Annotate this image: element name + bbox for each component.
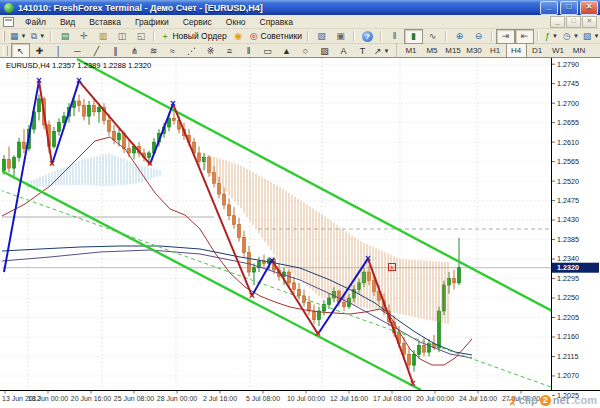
mdi-close-button[interactable]: ✕ [582, 16, 597, 28]
hatch-tool-icon: ▨ [320, 45, 329, 57]
chevron-down-icon: ▼ [21, 30, 27, 42]
navigator-button[interactable]: ✛ [74, 29, 93, 44]
new-order-button[interactable]: ＋Новый Ордер [158, 29, 228, 44]
text-tool[interactable]: A [334, 43, 353, 58]
terminal-button[interactable]: ▥ [93, 29, 112, 44]
pitchfork-tool[interactable]: ⋔ [125, 43, 144, 58]
tester-button[interactable]: ◱ [131, 29, 150, 44]
crosshair-tool[interactable]: ✚ [30, 43, 49, 58]
toolbar-grip[interactable] [3, 31, 5, 41]
rectangle-tool-icon: ▭ [263, 45, 272, 57]
price-chart[interactable]: ×××××××××××1.27901.27451.27001.26551.261… [0, 57, 600, 408]
templates-button[interactable]: ▨▼ [581, 29, 600, 44]
menu-item-3[interactable]: Графики [128, 16, 176, 28]
channel-tool[interactable]: ∥ [106, 43, 125, 58]
svg-text:18 Jun 00:00: 18 Jun 00:00 [28, 395, 69, 402]
svg-text:28 Jun 00:00: 28 Jun 00:00 [157, 395, 198, 402]
svg-text:1.2385: 1.2385 [557, 235, 579, 244]
svg-text:24 Jul 16:00: 24 Jul 16:00 [459, 395, 497, 402]
tester-icon: ◱ [137, 30, 146, 42]
arrows-tool-icon: ↗ [374, 45, 382, 57]
menu-item-0[interactable]: Файл [18, 16, 53, 28]
chart-image-button[interactable]: ▧ [312, 29, 331, 44]
horizontal-line-tool[interactable]: ─ [68, 43, 87, 58]
line-chart-mode-button[interactable]: ∿ [423, 29, 442, 44]
zoom-in-button[interactable]: ⊕ [450, 29, 469, 44]
indicators-button[interactable]: ƒ▼ [542, 29, 561, 44]
text-label-tool[interactable]: T [353, 43, 372, 58]
chart-canvas[interactable]: ×××××××××××1.27901.27451.27001.26551.261… [0, 58, 600, 408]
main-toolbar: ▦▼⧉▼▤✛▥◫◱＋Новый Ордер◉◎Советники▧▣?‖▮∿⊕⊖… [0, 29, 600, 44]
timeframe-m15[interactable]: M15 [443, 43, 464, 58]
svg-text:20 Jun 16:00: 20 Jun 16:00 [71, 395, 112, 402]
timeframe-d1[interactable]: D1 [527, 43, 548, 58]
menu-item-6[interactable]: Справка [253, 16, 300, 28]
alerts-button[interactable]: ◉ [229, 29, 248, 44]
svg-text:1.2250: 1.2250 [557, 293, 579, 302]
fibo-timezones-tool[interactable]: ≡ [220, 43, 239, 58]
timeframe-m1[interactable]: M1 [401, 43, 422, 58]
cycle-lines-tool-icon: ‖ [247, 45, 251, 57]
mdi-restore-button[interactable]: □ [566, 16, 581, 28]
menu-item-2[interactable]: Вставка [82, 16, 128, 28]
zoom-out-button[interactable]: ⊖ [469, 29, 488, 44]
close-button[interactable]: ✕ [580, 1, 598, 15]
svg-text:1.2565: 1.2565 [557, 157, 579, 166]
print-button[interactable]: ▣ [331, 29, 350, 44]
vertical-line-tool-icon: │ [56, 45, 62, 57]
new-chart-button[interactable]: ▦▼ [8, 29, 28, 44]
fibo-fan-tool[interactable]: ⋰ [182, 43, 201, 58]
market-watch-button[interactable]: ▤ [55, 29, 74, 44]
cursor-tool-icon: ↖ [17, 45, 25, 57]
fibo-arcs-tool[interactable]: ※ [201, 43, 220, 58]
ellipse-tool[interactable]: ○ [296, 43, 315, 58]
timeframe-mn[interactable]: MN [569, 43, 590, 58]
chart-shift-button[interactable]: ⇤ [515, 29, 534, 44]
auto-scroll-button[interactable]: ⇥ [496, 29, 515, 44]
horizontal-line-tool-icon: ─ [74, 45, 80, 57]
profiles-button[interactable]: ⧉▼ [28, 29, 47, 44]
title-bar: 141010: FreshForex Terminal - Демо Счет … [0, 0, 600, 15]
svg-text:1.2295: 1.2295 [557, 274, 579, 283]
fibo-fan-tool-icon: ⋰ [187, 45, 196, 57]
symbol-info-line: EURUSD,H4 1.2357 1.2389 1.2288 1.2320 [6, 61, 151, 70]
timeframe-w1[interactable]: W1 [548, 43, 569, 58]
cycle-lines-tool[interactable]: ‖ [239, 43, 258, 58]
bar-chart-mode-button[interactable]: ‖ [385, 29, 404, 44]
trendline-tool[interactable]: ╱ [87, 43, 106, 58]
expert-advisors-button[interactable]: ◎Советники [248, 29, 304, 44]
timeframe-m5[interactable]: M5 [422, 43, 443, 58]
vertical-line-tool[interactable]: │ [49, 43, 68, 58]
toolbar-grip[interactable] [3, 46, 8, 56]
mdi-minimize-button[interactable]: _ [550, 16, 565, 28]
timeframe-h4[interactable]: H4 [506, 43, 527, 58]
svg-text:1.2430: 1.2430 [557, 215, 579, 224]
menu-item-4[interactable]: Сервис [176, 16, 219, 28]
svg-text:×: × [249, 290, 255, 301]
maximize-button[interactable]: □ [560, 1, 578, 15]
timeframe-m30[interactable]: M30 [464, 43, 485, 58]
data-window-button[interactable]: ◫ [112, 29, 131, 44]
toolbar-separator [353, 31, 355, 42]
hatch-tool[interactable]: ▨ [315, 43, 334, 58]
cursor-tool[interactable]: ↖ [11, 43, 30, 58]
watermark-text-pre: clip [519, 394, 538, 406]
arrows-tool[interactable]: ↗▼ [372, 43, 392, 58]
fibo-retracement-tool[interactable]: ≋ [144, 43, 163, 58]
rectangle-tool[interactable]: ▭ [258, 43, 277, 58]
fibo-expansion-tool[interactable]: ≈ [163, 43, 182, 58]
triangle-tool[interactable]: ▲ [277, 43, 296, 58]
candlestick-mode-button[interactable]: ▮ [404, 29, 423, 44]
svg-text:1.2205: 1.2205 [557, 313, 579, 322]
menu-item-5[interactable]: Окно [219, 16, 253, 28]
timeframe-h1[interactable]: H1 [485, 43, 506, 58]
menu-item-1[interactable]: Вид [53, 16, 82, 28]
svg-text:×: × [170, 98, 176, 109]
chart-image-icon: ▧ [317, 30, 326, 42]
minimize-button[interactable]: _ [540, 1, 558, 15]
help-button[interactable]: ? [358, 29, 377, 44]
fibo-timezones-tool-icon: ≡ [227, 45, 232, 57]
periods-button[interactable]: ◷▼ [561, 29, 581, 44]
svg-text:×: × [315, 328, 321, 339]
candlestick-mode-icon: ▮ [411, 30, 416, 42]
